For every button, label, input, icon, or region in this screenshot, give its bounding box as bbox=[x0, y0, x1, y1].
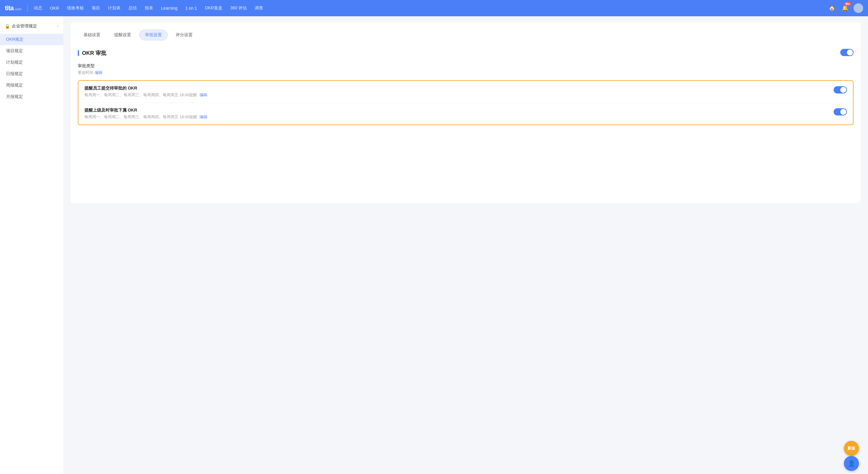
approval-type-section: 审批类型 更改时间 编辑 bbox=[78, 63, 854, 76]
fab-new-version[interactable]: 新版 bbox=[844, 441, 859, 456]
sidebar-item-daily-rules[interactable]: 日报规定 bbox=[0, 68, 63, 80]
sidebar-item-okr-rules[interactable]: OKR规定 bbox=[0, 34, 63, 45]
top-navigation: tita .com 动态 OKR 绩效考核 项目 计划表 总结 报表 Learn… bbox=[0, 0, 868, 16]
nav-item-1on1[interactable]: 1 on 1 bbox=[182, 4, 201, 12]
reminder-item-1-edit-link[interactable]: 编辑 bbox=[199, 93, 207, 97]
nav-item-jixiaokaoke[interactable]: 绩效考核 bbox=[63, 4, 87, 13]
logo-suffix: .com bbox=[14, 7, 22, 11]
nav-item-xiangmu[interactable]: 项目 bbox=[88, 4, 104, 13]
orange-box: 提醒员工提交待审批的 OKR 每周周一、每周周二、每周周三、每周周四、每周周五 … bbox=[78, 80, 854, 125]
sidebar-item-weekly-rules[interactable]: 周报规定 bbox=[0, 80, 63, 91]
reminder-item-2-info: 提醒上级及时审批下属 OKR 每周周一、每周周二、每周周三、每周周四、每周周五 … bbox=[84, 108, 829, 120]
okr-approval-toggle[interactable] bbox=[840, 49, 854, 56]
sidebar-item-plan-rules[interactable]: 计划规定 bbox=[0, 57, 63, 68]
reminder-1-toggle[interactable] bbox=[834, 86, 847, 93]
sidebar-header-text: 企业管理规定 bbox=[12, 24, 37, 29]
notification-badge: 99+ bbox=[844, 2, 852, 6]
section-title-text: OKR 审批 bbox=[82, 50, 106, 57]
nav-item-okrfupan[interactable]: OKR复盘 bbox=[201, 4, 226, 13]
support-icon: 👤 bbox=[848, 460, 855, 467]
tab-reminder-settings[interactable]: 提醒设置 bbox=[108, 30, 137, 40]
sidebar-item-project-rules[interactable]: 项目规定 bbox=[0, 45, 63, 57]
tab-basic-settings[interactable]: 基础设置 bbox=[78, 30, 106, 40]
sidebar-header[interactable]: 🔒 企业管理规定 › bbox=[0, 21, 63, 34]
main-content: 基础设置 提醒设置 审批设置 评分设置 OKR 审批 审批类型 bbox=[63, 16, 868, 474]
approval-type-edit-link[interactable]: 编辑 bbox=[95, 70, 102, 75]
notification-button[interactable]: 🔔 99+ bbox=[840, 3, 850, 13]
section-title-bar bbox=[78, 50, 79, 56]
reminder-2-toggle[interactable] bbox=[834, 108, 847, 116]
nav-item-zongjie[interactable]: 总结 bbox=[125, 4, 141, 13]
tab-bar: 基础设置 提醒设置 审批设置 评分设置 bbox=[78, 30, 854, 40]
nav-item-360[interactable]: 360 评估 bbox=[227, 4, 250, 13]
tab-approval-settings[interactable]: 审批设置 bbox=[139, 30, 167, 40]
nav-right: 🏠 🔔 99+ bbox=[827, 3, 863, 13]
nav-items: 动态 OKR 绩效考核 项目 计划表 总结 报表 Learning 1 on 1… bbox=[30, 4, 827, 13]
lock-icon: 🔒 bbox=[5, 24, 10, 29]
reminder-item-2-edit-link[interactable]: 编辑 bbox=[199, 115, 207, 119]
home-icon: 🏠 bbox=[829, 5, 835, 11]
logo-text: tita bbox=[5, 4, 13, 12]
nav-item-baobiao[interactable]: 报表 bbox=[141, 4, 157, 13]
fab-new-label: 新版 bbox=[847, 446, 855, 451]
fab-support[interactable]: 👤 bbox=[844, 456, 859, 471]
page-layout: 🔒 企业管理规定 › OKR规定 项目规定 计划规定 日报规定 周报规定 月报规… bbox=[0, 16, 868, 474]
logo[interactable]: tita .com bbox=[5, 4, 22, 12]
approval-type-label: 审批类型 bbox=[78, 63, 854, 69]
sidebar-item-monthly-rules[interactable]: 月报规定 bbox=[0, 91, 63, 102]
content-card: 基础设置 提醒设置 审批设置 评分设置 OKR 审批 审批类型 bbox=[70, 22, 861, 203]
nav-divider bbox=[27, 4, 28, 12]
reminder-item-2-desc: 每周周一、每周周二、每周周三、每周周四、每周周五 18:00提醒 编辑 bbox=[84, 114, 829, 120]
avatar[interactable] bbox=[854, 3, 863, 13]
reminder-item-1-info: 提醒员工提交待审批的 OKR 每周周一、每周周二、每周周三、每周周四、每周周五 … bbox=[84, 86, 829, 98]
reminder-item-1-title: 提醒员工提交待审批的 OKR bbox=[84, 86, 829, 91]
approval-type-sub: 更改时间 编辑 bbox=[78, 70, 854, 76]
nav-item-jihuabiao[interactable]: 计划表 bbox=[104, 4, 124, 13]
nav-item-okr[interactable]: OKR bbox=[46, 4, 63, 12]
nav-item-learning[interactable]: Learning bbox=[157, 4, 181, 12]
reminder-item-2-toggle-container[interactable] bbox=[834, 108, 847, 117]
section-toggle[interactable] bbox=[840, 49, 854, 57]
nav-item-dongtai[interactable]: 动态 bbox=[30, 4, 46, 13]
approval-type-sub-text: 更改时间 bbox=[78, 70, 93, 75]
reminder-item-1: 提醒员工提交待审批的 OKR 每周周一、每周周二、每周周三、每周周四、每周周五 … bbox=[79, 81, 853, 103]
reminder-item-2-desc-text: 每周周一、每周周二、每周周三、每周周四、每周周五 18:00提醒 bbox=[84, 115, 197, 119]
nav-item-diaocha[interactable]: 调查 bbox=[251, 4, 267, 13]
reminder-item-1-desc-text: 每周周一、每周周二、每周周三、每周周四、每周周五 18:00提醒 bbox=[84, 93, 197, 97]
sidebar: 🔒 企业管理规定 › OKR规定 项目规定 计划规定 日报规定 周报规定 月报规… bbox=[0, 16, 63, 474]
reminder-item-1-desc: 每周周一、每周周二、每周周三、每周周四、每周周五 18:00提醒 编辑 bbox=[84, 92, 829, 98]
tab-score-settings[interactable]: 评分设置 bbox=[170, 30, 198, 40]
reminder-item-2: 提醒上级及时审批下属 OKR 每周周一、每周周二、每周周三、每周周四、每周周五 … bbox=[79, 103, 853, 124]
chevron-right-icon: › bbox=[57, 24, 59, 28]
reminder-item-2-title: 提醒上级及时审批下属 OKR bbox=[84, 108, 829, 113]
section-title: OKR 审批 bbox=[78, 49, 854, 57]
reminder-item-1-toggle-container[interactable] bbox=[834, 86, 847, 95]
home-button[interactable]: 🏠 bbox=[827, 3, 837, 13]
